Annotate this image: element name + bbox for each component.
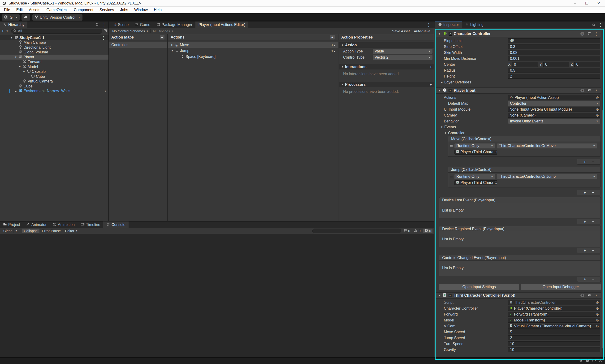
error-pause-toggle[interactable]: Error Pause xyxy=(40,229,63,233)
error-count-badge[interactable]: 0 xyxy=(423,229,433,233)
foldout-closed-icon[interactable]: ▶ xyxy=(171,43,174,46)
object-picker-icon[interactable]: ⊙ xyxy=(596,318,599,322)
restore-icon[interactable]: ❐ xyxy=(583,0,591,6)
object-picker-icon[interactable]: ⊙ xyxy=(596,107,599,112)
controller-foldout[interactable]: ▼ Controller xyxy=(436,130,601,136)
object-picker-icon[interactable]: ⊙ xyxy=(495,150,497,154)
min-move-distance-field[interactable]: 0.001 xyxy=(508,56,600,61)
tab-hierarchy[interactable]: Hierarchy xyxy=(0,22,27,28)
add-event-icon[interactable]: + xyxy=(583,248,586,253)
tab-project[interactable]: Project xyxy=(0,221,23,228)
event-function-dropdown[interactable]: ThirdCharacterController.OnJump▼ xyxy=(497,174,597,179)
tree-item[interactable]: Directional Light xyxy=(0,45,108,50)
event-target-object-field[interactable]: # Player (Third Chara ⊙ xyxy=(454,150,497,155)
foldout-open-icon[interactable]: ▼ xyxy=(10,36,13,39)
foldout-closed-icon[interactable]: ▶ xyxy=(14,90,17,92)
add-event-icon[interactable]: + xyxy=(583,220,586,224)
turn-speed-field[interactable]: 10 xyxy=(508,341,600,346)
center-x-field[interactable]: 0 xyxy=(512,62,538,67)
inspector-scrollbar[interactable] xyxy=(602,29,604,362)
presets-icon[interactable] xyxy=(587,293,591,298)
foldout-open-icon[interactable]: ▼ xyxy=(438,89,441,92)
kebab-menu-icon[interactable]: ⋮ xyxy=(426,23,434,27)
tree-item-selected[interactable]: ▼ Player xyxy=(0,55,108,60)
player-input-header[interactable]: ▼ ✓ Player Input ? ⋮ xyxy=(436,88,601,94)
tree-item[interactable]: ▼ Model xyxy=(0,64,108,69)
tree-item[interactable]: ▼ Capsule xyxy=(0,69,108,74)
control-type-dropdown[interactable]: Vector 2 ▼ xyxy=(373,55,433,60)
kebab-menu-icon[interactable]: ⋮ xyxy=(101,36,106,40)
kebab-menu-icon[interactable]: ⋮ xyxy=(594,32,598,36)
processors-section-bar[interactable]: ▼ Processors + xyxy=(339,82,434,87)
account-button[interactable]: G ▼ xyxy=(2,14,20,21)
foldout-open-icon[interactable]: ▼ xyxy=(438,294,441,297)
default-map-dropdown[interactable]: Controller▼ xyxy=(508,101,600,106)
menu-jobs[interactable]: Jobs xyxy=(117,7,131,13)
check-circle-icon[interactable] xyxy=(598,358,603,364)
menu-window[interactable]: Window xyxy=(131,7,151,13)
event-target-object-field[interactable]: # Player (Third Chara ⊙ xyxy=(454,180,497,185)
presets-icon[interactable] xyxy=(587,88,591,93)
tree-item-scene[interactable]: ▼ StudyCase1-1 ⋮ xyxy=(0,35,108,40)
object-picker-icon[interactable]: ⊙ xyxy=(495,181,497,185)
chevron-down-icon[interactable]: ▼ xyxy=(15,230,17,232)
interactions-section-bar[interactable]: ▼ Interactions + xyxy=(339,64,434,69)
object-picker-icon[interactable]: ⊙ xyxy=(596,324,599,328)
remove-event-icon[interactable]: − xyxy=(592,191,594,195)
warning-count-badge[interactable]: 0 xyxy=(412,229,422,233)
object-picker-icon[interactable]: ⊙ xyxy=(596,113,599,117)
action-section-bar[interactable]: ▼ Action xyxy=(339,42,434,48)
height-field[interactable]: 2 xyxy=(508,74,600,79)
lock-icon[interactable] xyxy=(592,23,595,27)
foldout-open-icon[interactable]: ▼ xyxy=(171,49,174,52)
object-picker-icon[interactable]: ⊙ xyxy=(596,312,599,316)
editor-dropdown[interactable]: Editor ▼ xyxy=(63,229,80,233)
create-add-icon[interactable]: + xyxy=(1,29,4,34)
tab-inspector[interactable]: Inspector xyxy=(435,22,462,28)
radius-field[interactable]: 0.5 xyxy=(508,68,600,73)
action-type-dropdown[interactable]: Value ▼ xyxy=(373,49,433,54)
tree-item[interactable]: Global Volume xyxy=(0,50,108,55)
enabled-checkbox[interactable]: ✓ xyxy=(449,294,452,297)
skin-width-field[interactable]: 0.08 xyxy=(508,50,600,55)
gravity-field[interactable]: 10 xyxy=(508,347,600,352)
tab-input-actions-editor[interactable]: Player (Input Actions Editor) xyxy=(195,22,248,28)
open-input-debugger-button[interactable]: Open Input Debugger xyxy=(521,284,601,290)
event-function-dropdown[interactable]: ThirdCharacterController.OnMove▼ xyxy=(497,143,597,148)
tree-item[interactable]: Main Camera xyxy=(0,40,108,45)
add-action-button[interactable]: + xyxy=(330,35,335,39)
lock-icon[interactable] xyxy=(95,23,99,27)
presets-icon[interactable] xyxy=(587,31,591,36)
object-picker-icon[interactable]: ⊙ xyxy=(596,300,599,305)
close-icon[interactable]: ✕ xyxy=(595,0,603,6)
tab-package-manager[interactable]: Package Manager xyxy=(153,22,195,28)
tab-animation[interactable]: Animation xyxy=(50,221,78,228)
remove-event-icon[interactable]: − xyxy=(592,160,594,164)
info-count-badge[interactable]: 0 xyxy=(402,229,412,233)
add-action-map-button[interactable]: + xyxy=(160,35,165,39)
tree-item[interactable]: Cube xyxy=(0,74,108,79)
cloud-button[interactable] xyxy=(22,14,30,21)
tab-lighting[interactable]: Lighting xyxy=(462,22,487,28)
tree-item[interactable]: Forward xyxy=(0,60,108,65)
object-picker-icon[interactable]: ⊙ xyxy=(596,306,599,311)
remove-event-icon[interactable]: − xyxy=(592,220,594,224)
prefab-open-chevron-icon[interactable]: › xyxy=(105,89,106,93)
action-row-jump[interactable]: ▼ Jump +▼ xyxy=(168,48,338,54)
package-disabled-icon[interactable] xyxy=(585,358,589,364)
character-controller-header[interactable]: ▼ ✓ Character Controller ? ⋮ xyxy=(436,31,601,37)
remove-event-icon[interactable]: − xyxy=(592,277,594,282)
tab-scene[interactable]: # Scene xyxy=(111,22,132,28)
enabled-checkbox[interactable]: ✓ xyxy=(449,89,452,92)
object-picker-icon[interactable]: ⊙ xyxy=(596,95,599,100)
kebab-menu-icon[interactable]: ⋮ xyxy=(594,88,598,93)
scene-picker-icon[interactable] xyxy=(103,29,107,34)
add-interaction-icon[interactable]: + xyxy=(430,65,432,69)
jump-speed-field[interactable]: 2 xyxy=(508,335,600,340)
kebab-menu-icon[interactable]: ⋮ xyxy=(102,23,106,27)
foldout-open-icon[interactable]: ▼ xyxy=(18,65,22,68)
chevron-down-icon[interactable]: ▼ xyxy=(6,30,9,32)
help-icon[interactable]: ? xyxy=(580,89,584,92)
collapse-toggle[interactable]: Collapse xyxy=(22,229,39,233)
tab-timeline[interactable]: Timeline xyxy=(78,221,103,228)
